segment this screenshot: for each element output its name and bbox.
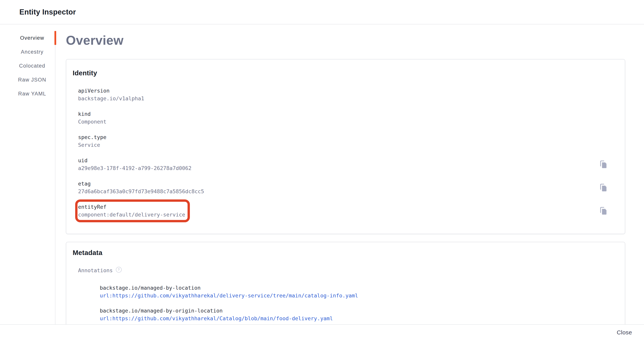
field-row-spec-type: spec.type Service	[78, 133, 608, 149]
field-row-apiversion: apiVersion backstage.io/v1alpha1	[78, 87, 608, 102]
close-button[interactable]: Close	[613, 327, 636, 338]
sidebar-item-label: Ancestry	[21, 49, 44, 55]
field-key: spec.type	[78, 133, 106, 141]
copy-icon	[599, 183, 608, 192]
field-row-uid: uid a29e98e3-178f-4192-a799-26278a7d0062	[78, 157, 608, 172]
page-title: Overview	[66, 33, 625, 47]
field-row-kind: kind Component	[78, 110, 608, 126]
copy-icon	[599, 160, 608, 169]
field-value: backstage.io/v1alpha1	[78, 95, 144, 102]
dialog-header: Entity Inspector	[0, 0, 644, 24]
annotation-row: backstage.io/managed-by-origin-location …	[100, 307, 608, 322]
dialog-footer: Close	[0, 324, 644, 340]
metadata-card: Metadata Annotations ? backstage.io/mana…	[66, 242, 625, 324]
annotations-list: backstage.io/managed-by-location url:htt…	[100, 284, 608, 322]
identity-card-title: Identity	[73, 69, 608, 77]
sidebar-item-label: Overview	[20, 35, 44, 41]
annotation-key: backstage.io/managed-by-origin-location	[100, 307, 608, 315]
copy-etag-button[interactable]	[599, 183, 608, 192]
field-value: 27d6a6bcaf363a0c97fd73e9488c7a5856dc8cc5	[78, 188, 204, 195]
sidebar-item-label: Raw YAML	[18, 91, 46, 97]
sidebar-item-raw-json[interactable]: Raw JSON	[0, 73, 55, 87]
annotation-link[interactable]: url:https://github.com/vikyathharekal/Ca…	[100, 316, 333, 322]
annotations-section-label: Annotations ?	[78, 267, 608, 274]
copy-icon	[599, 206, 608, 215]
identity-card: Identity apiVersion backstage.io/v1alpha…	[66, 59, 625, 234]
sidebar: Overview Ancestry Colocated Raw JSON Raw…	[0, 31, 56, 324]
sidebar-item-raw-yaml[interactable]: Raw YAML	[0, 87, 55, 101]
field-key: etag	[78, 180, 204, 188]
field-value: Service	[78, 141, 106, 149]
field-key: entityRef	[78, 203, 185, 211]
copy-uid-button[interactable]	[599, 160, 608, 169]
main-content: Overview Identity apiVersion backstage.i…	[56, 24, 644, 324]
sidebar-item-label: Colocated	[19, 63, 45, 69]
copy-entityref-button[interactable]	[599, 206, 608, 215]
sidebar-item-overview[interactable]: Overview	[0, 31, 55, 45]
annotation-row: backstage.io/managed-by-location url:htt…	[100, 284, 608, 300]
field-row-etag: etag 27d6a6bcaf363a0c97fd73e9488c7a5856d…	[78, 180, 608, 195]
dialog-title: Entity Inspector	[19, 8, 76, 16]
field-row-entityref: entityRef component:default/delivery-ser…	[78, 203, 608, 219]
field-key: uid	[78, 157, 192, 164]
field-key: kind	[78, 110, 106, 118]
metadata-card-title: Metadata	[73, 249, 608, 257]
sidebar-item-label: Raw JSON	[18, 77, 46, 83]
help-icon[interactable]: ?	[116, 267, 122, 273]
field-value: component:default/delivery-service	[78, 211, 185, 219]
annotation-link[interactable]: url:https://github.com/vikyathharekal/de…	[100, 293, 358, 299]
annotation-key: backstage.io/managed-by-location	[100, 284, 608, 292]
field-value: Component	[78, 118, 106, 126]
field-key: apiVersion	[78, 87, 144, 95]
sidebar-item-ancestry[interactable]: Ancestry	[0, 45, 55, 59]
sidebar-item-colocated[interactable]: Colocated	[0, 59, 55, 73]
field-value: a29e98e3-178f-4192-a799-26278a7d0062	[78, 164, 192, 172]
